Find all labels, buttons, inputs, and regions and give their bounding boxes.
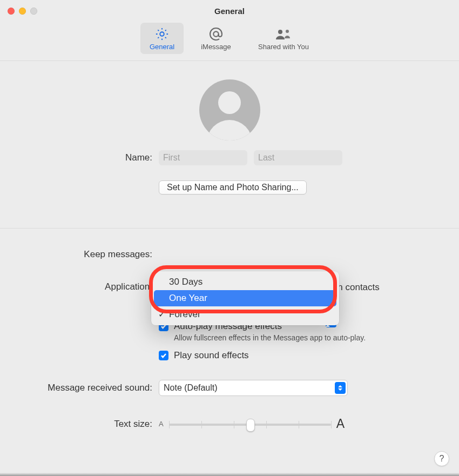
profile-avatar[interactable] [199,79,260,140]
titlebar: General [0,0,459,18]
keep-option-30-days[interactable]: 30 Days [154,274,336,290]
tab-shared-label: Shared with You [248,42,319,52]
keep-messages-label: Keep messages: [0,248,152,260]
name-label: Name: [0,152,159,163]
help-icon: ? [440,454,444,464]
last-name-input[interactable] [254,150,342,165]
svg-point-1 [213,31,218,36]
close-window-button[interactable] [8,8,15,15]
received-sound-value: Note (Default) [164,383,218,393]
keep-option-forever[interactable]: Forever [154,306,336,323]
gear-icon [140,26,184,42]
keep-messages-row: Keep messages: [0,248,459,260]
first-name-input[interactable] [159,150,247,165]
minimize-window-button[interactable] [19,8,26,15]
tab-general[interactable]: General [140,23,184,54]
content: Name: Set up Name and Photo Sharing... K… [0,61,459,431]
received-sound-select[interactable]: Note (Default) [159,380,348,396]
svg-point-0 [160,32,164,36]
checkbox-sound-effects[interactable] [159,351,168,360]
svg-point-2 [278,30,282,34]
svg-point-3 [286,30,289,33]
window-title: General [0,6,459,16]
text-size-small-indicator: A [159,420,164,428]
chevron-updown-icon [335,382,346,394]
people-icon [248,26,319,42]
at-sign-icon [194,26,238,42]
checkbox-sound-label: Play sound effects [174,350,249,361]
slider-thumb[interactable] [246,419,255,432]
prefs-toolbar: General iMessage Shared with You [0,18,459,61]
received-sound-label: Message received sound: [0,383,152,393]
preferences-window: General General iMessage [0,0,459,476]
help-button[interactable]: ? [434,451,449,466]
checkbox-autoplay-sub: Allow fullscreen effects in the Messages… [174,333,366,342]
tab-imessage-label: iMessage [194,42,238,52]
window-controls [0,8,37,15]
text-size-label: Text size: [0,419,152,430]
text-size-large-indicator: A [336,417,345,431]
tab-imessage[interactable]: iMessage [194,23,238,54]
keep-messages-popup: 30 Days One Year Forever [151,271,339,325]
tab-shared-with-you[interactable]: Shared with You [248,23,319,54]
setup-name-photo-button[interactable]: Set up Name and Photo Sharing... [159,180,307,195]
zoom-window-button[interactable] [30,8,37,15]
application-label: Application: [0,280,152,292]
keep-option-one-year[interactable]: One Year [154,290,336,306]
text-size-slider[interactable] [169,419,331,430]
tab-general-label: General [140,42,184,52]
